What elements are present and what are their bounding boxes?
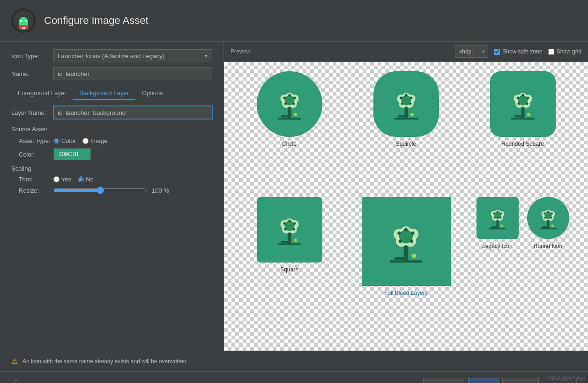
svg-point-108: [543, 212, 545, 214]
trim-no-radio[interactable]: [78, 176, 84, 182]
icon-shape-squircle: [373, 71, 439, 137]
asset-type-label: Asset Type:: [19, 137, 53, 144]
trim-no-label[interactable]: No: [78, 176, 94, 183]
resize-row: Resize: 100 %: [11, 187, 212, 194]
radio-image-label[interactable]: Image: [82, 137, 107, 144]
squircle-label: Squircle: [396, 141, 416, 147]
legacy-label: Legacy Icon: [482, 243, 513, 249]
show-grid-checkbox[interactable]: [548, 49, 554, 55]
svg-rect-23: [394, 118, 418, 120]
trim-yes-label[interactable]: Yes: [53, 176, 71, 183]
flower-svg-round: [531, 201, 565, 235]
svg-rect-7: [281, 115, 290, 117]
svg-point-106: [547, 210, 549, 212]
name-row: Name:: [11, 67, 212, 80]
show-safe-zone-text: Show safe zone: [502, 48, 542, 55]
svg-point-20: [284, 102, 286, 105]
cancel-button[interactable]: Cancel: [502, 378, 539, 383]
dpi-select-wrapper: xhdpi mdpi hdpi xxhdpi xxxhdpi: [455, 45, 488, 58]
svg-rect-83: [489, 228, 506, 230]
radio-image-text: Image: [90, 137, 107, 144]
previous-button[interactable]: Previous: [423, 378, 465, 383]
layer-tabs: Foreground Layer Background Layer Option…: [11, 87, 212, 100]
trim-yes-radio[interactable]: [53, 176, 60, 182]
show-grid-label[interactable]: Show grid: [548, 48, 581, 55]
show-safe-zone-checkbox[interactable]: [494, 49, 500, 55]
svg-point-46: [521, 94, 524, 97]
name-input[interactable]: [53, 67, 212, 80]
help-button[interactable]: ?: [11, 380, 22, 383]
scaling-section: Scaling Trim: Yes No Resize:: [11, 165, 212, 194]
svg-rect-53: [278, 243, 301, 245]
flower-svg-circle: [267, 81, 313, 127]
square-label: Square: [280, 266, 298, 273]
svg-point-62: [293, 222, 296, 225]
svg-point-110: [544, 217, 546, 218]
tab-background-layer[interactable]: Background Layer: [73, 87, 135, 100]
tab-foreground-layer[interactable]: Foreground Layer: [11, 87, 73, 100]
svg-point-84: [500, 225, 503, 227]
svg-rect-82: [491, 226, 497, 228]
color-picker[interactable]: 309C78: [53, 148, 91, 160]
svg-point-3: [25, 20, 27, 22]
svg-rect-67: [394, 257, 406, 260]
preview-squircle: Squircle: [373, 71, 439, 147]
preview-legacy-round: Legacy Icon: [476, 197, 569, 249]
icon-type-select[interactable]: Launcher Icons (Adaptive and Legacy): [53, 49, 212, 62]
svg-point-54: [293, 239, 297, 242]
svg-point-19: [292, 102, 295, 105]
show-grid-text: Show grid: [557, 48, 581, 55]
preview-square: Square: [257, 197, 322, 273]
svg-text:AI: AI: [22, 26, 25, 30]
svg-rect-38: [511, 118, 535, 120]
android-studio-logo: AI: [11, 8, 36, 33]
watermark: CSDN @Mr YiRan: [547, 376, 585, 381]
svg-point-99: [551, 225, 553, 227]
rounded-square-label: Rounded Square: [501, 141, 544, 147]
radio-color-text: Color: [61, 137, 76, 144]
trim-row: Trim: Yes No: [11, 176, 212, 183]
icon-shape-full-bleed: [362, 197, 451, 286]
circle-label: Circle: [282, 141, 297, 147]
flower-svg-legacy: [481, 201, 514, 235]
icon-shape-square: [257, 197, 322, 263]
tab-options[interactable]: Options: [135, 87, 170, 100]
footer: ? Previous Next Cancel Finish: [0, 371, 588, 383]
color-label: Color:: [19, 151, 53, 158]
radio-color-label[interactable]: Color: [53, 137, 76, 144]
svg-point-93: [493, 212, 495, 214]
svg-point-95: [493, 217, 495, 218]
preview-title: Preview: [231, 48, 251, 55]
show-safe-zone-label[interactable]: Show safe zone: [494, 48, 542, 55]
svg-point-18: [283, 97, 285, 99]
svg-point-80: [399, 239, 402, 242]
preview-round-icon: Round Icon: [527, 197, 569, 249]
preview-full-bleed: Full Bleed Layers: [362, 197, 451, 296]
icon-shape-rounded-square: [490, 71, 556, 137]
resize-label: Resize:: [19, 187, 53, 194]
scaling-title: Scaling: [11, 165, 212, 172]
svg-point-76: [404, 228, 408, 231]
resize-slider[interactable]: [53, 187, 147, 194]
icon-shape-legacy: [476, 197, 519, 239]
svg-point-2: [20, 20, 22, 22]
svg-point-69: [412, 253, 417, 258]
name-label: Name:: [11, 70, 53, 77]
source-asset-section-title: Source Asset: [11, 126, 212, 133]
left-panel: Icon Type: Launcher Icons (Adaptive and …: [0, 42, 224, 351]
warning-icon: ⚠: [11, 357, 18, 366]
svg-point-48: [516, 97, 519, 99]
radio-color[interactable]: [53, 138, 60, 144]
layer-name-input[interactable]: [53, 106, 212, 119]
radio-image[interactable]: [82, 138, 89, 144]
round-icon-label: Round Icon: [534, 243, 562, 249]
dpi-select[interactable]: xhdpi mdpi hdpi xxhdpi xxxhdpi: [455, 45, 488, 58]
svg-point-24: [410, 113, 413, 116]
svg-point-79: [410, 239, 413, 242]
svg-point-65: [284, 228, 286, 230]
main-content: Icon Type: Launcher Icons (Adaptive and …: [0, 42, 588, 351]
next-button[interactable]: Next: [468, 378, 499, 383]
icon-type-label: Icon Type:: [11, 53, 53, 60]
svg-point-64: [292, 228, 295, 230]
svg-point-50: [517, 102, 520, 105]
